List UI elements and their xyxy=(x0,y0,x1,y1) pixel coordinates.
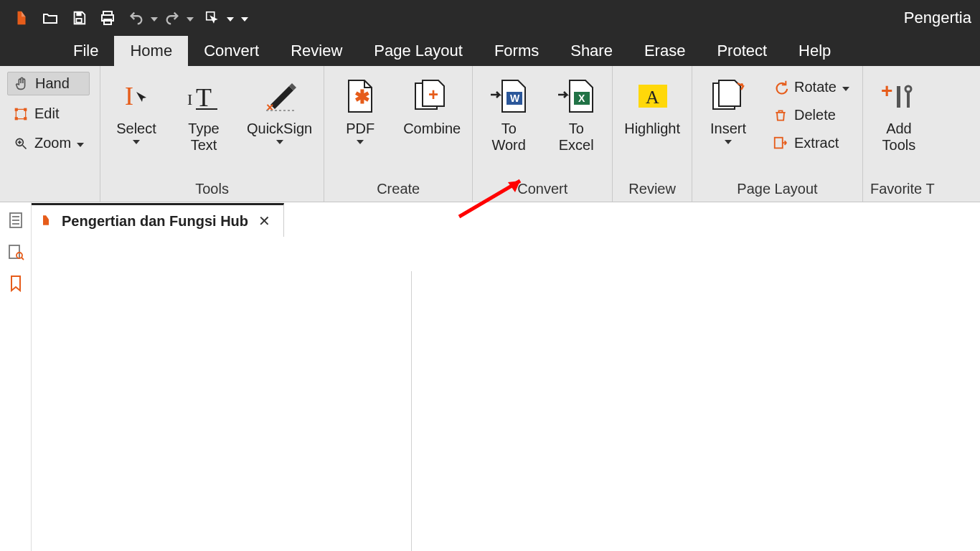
menu-home[interactable]: Home xyxy=(114,36,188,66)
menu-file[interactable]: File xyxy=(57,36,114,66)
to-excel-label: To Excel xyxy=(559,121,594,154)
highlight-button[interactable]: A Highlight xyxy=(620,72,684,140)
zoom-tool-button[interactable]: Zoom xyxy=(7,132,90,154)
open-icon[interactable] xyxy=(40,8,60,28)
delete-label: Delete xyxy=(794,107,836,123)
combine-label: Combine xyxy=(403,121,461,137)
zoom-dropdown-icon xyxy=(77,143,84,147)
menu-convert[interactable]: Convert xyxy=(188,36,275,66)
insert-page-icon xyxy=(709,75,748,118)
redo-dropdown-icon[interactable] xyxy=(187,17,194,22)
edit-tool-label: Edit xyxy=(34,105,59,122)
to-excel-button[interactable]: X To Excel xyxy=(547,72,605,156)
cursor-mode-icon[interactable] xyxy=(202,8,222,28)
pdf-dropdown-icon xyxy=(357,140,364,144)
combine-button[interactable]: + Combine xyxy=(399,72,465,140)
group-label-create: Create xyxy=(331,178,465,199)
trash-icon xyxy=(773,108,788,123)
svg-rect-29 xyxy=(775,137,783,148)
document-tab[interactable]: Pengertian dan Fungsi Hub ✕ xyxy=(32,203,284,237)
highlight-label: Highlight xyxy=(624,121,680,137)
to-word-button[interactable]: W To Word xyxy=(480,72,537,156)
search-panel-icon[interactable] xyxy=(6,242,25,261)
redo-icon[interactable] xyxy=(162,8,182,28)
ribbon-group-convert: W To Word X To Excel Convert xyxy=(473,66,613,202)
ribbon-group-view-tools: Hand Edit Zoom xyxy=(0,66,100,202)
menu-review[interactable]: Review xyxy=(275,36,358,66)
quick-access-toolbar: Pengertia xyxy=(0,0,980,36)
type-text-icon: IT xyxy=(186,75,222,118)
menu-share[interactable]: Share xyxy=(555,36,628,66)
ribbon-group-create: ✱ PDF + Combine Create xyxy=(324,66,473,202)
bookmarks-panel-icon[interactable] xyxy=(6,274,25,293)
print-icon[interactable] xyxy=(98,8,118,28)
document-area: Pengertian dan Fungsi Hub ✕ xyxy=(0,202,980,551)
ribbon-group-favorite: + Add Tools Favorite T xyxy=(863,66,942,202)
insert-button[interactable]: Insert xyxy=(699,72,757,147)
select-dropdown-icon xyxy=(133,140,140,144)
quicksign-button[interactable]: × QuickSign xyxy=(242,72,316,147)
menu-protect[interactable]: Protect xyxy=(701,36,783,66)
svg-point-28 xyxy=(740,83,743,86)
side-rail xyxy=(0,202,32,551)
svg-text:+: + xyxy=(428,85,438,104)
group-label-favorite: Favorite T xyxy=(870,178,935,199)
extract-button[interactable]: Extract xyxy=(767,132,855,154)
document-tab-title: Pengertian dan Fungsi Hub xyxy=(62,213,248,230)
hand-tool-label: Hand xyxy=(35,75,70,92)
svg-line-11 xyxy=(23,145,27,149)
rotate-icon xyxy=(773,80,788,95)
undo-dropdown-icon[interactable] xyxy=(151,17,158,22)
combine-icon: + xyxy=(413,75,451,118)
group-label-tools: Tools xyxy=(108,178,316,199)
svg-text:T: T xyxy=(196,83,212,112)
undo-icon[interactable] xyxy=(126,8,146,28)
edit-nodes-icon xyxy=(13,106,29,122)
hand-tool-button[interactable]: Hand xyxy=(7,72,90,95)
zoom-tool-label: Zoom xyxy=(34,135,71,151)
group-label-review: Review xyxy=(620,178,684,199)
menu-help[interactable]: Help xyxy=(783,36,847,66)
select-label: Select xyxy=(116,121,156,137)
select-text-icon: I xyxy=(121,75,152,118)
quicksign-dropdown-icon xyxy=(276,140,283,144)
pdf-button[interactable]: ✱ PDF xyxy=(331,72,389,147)
thumbnails-panel-icon[interactable] xyxy=(6,211,25,230)
insert-dropdown-icon xyxy=(725,140,732,144)
cursor-mode-dropdown-icon[interactable] xyxy=(227,17,234,22)
select-button[interactable]: I Select xyxy=(108,72,165,147)
menu-bar: File Home Convert Review Page Layout For… xyxy=(0,36,980,66)
to-word-icon: W xyxy=(489,75,528,118)
page-edge xyxy=(32,271,412,551)
ribbon: Hand Edit Zoom xyxy=(0,66,980,202)
ribbon-group-review: A Highlight Review xyxy=(613,66,692,202)
qat-customize-dropdown-icon[interactable] xyxy=(241,17,248,22)
quicksign-icon: × xyxy=(262,75,298,118)
svg-point-32 xyxy=(905,86,911,92)
rotate-button[interactable]: Rotate xyxy=(767,76,855,98)
edit-tool-button[interactable]: Edit xyxy=(7,103,90,125)
menu-erase[interactable]: Erase xyxy=(628,36,701,66)
svg-text:×: × xyxy=(266,100,274,113)
save-icon[interactable] xyxy=(69,8,89,28)
svg-text:W: W xyxy=(510,93,520,104)
extract-label: Extract xyxy=(794,135,839,151)
svg-text:A: A xyxy=(646,87,659,108)
document-viewport[interactable] xyxy=(32,237,980,551)
document-tab-close-icon[interactable]: ✕ xyxy=(258,212,270,230)
menu-forms[interactable]: Forms xyxy=(479,36,555,66)
app-logo-icon xyxy=(11,8,32,28)
document-tab-strip: Pengertian dan Fungsi Hub ✕ xyxy=(32,202,980,237)
type-text-button[interactable]: IT Type Text xyxy=(175,72,232,156)
add-tools-label: Add Tools xyxy=(882,121,916,154)
svg-rect-1 xyxy=(76,19,81,22)
quicksign-label: QuickSign xyxy=(247,121,312,137)
delete-button[interactable]: Delete xyxy=(767,104,855,126)
document-tab-app-icon xyxy=(40,213,52,230)
group-label-page-layout: Page Layout xyxy=(699,178,855,199)
add-tools-button[interactable]: + Add Tools xyxy=(870,72,928,156)
svg-text:I: I xyxy=(187,90,192,108)
new-pdf-icon: ✱ xyxy=(344,75,376,118)
menu-page-layout[interactable]: Page Layout xyxy=(358,36,479,66)
svg-text:+: + xyxy=(881,80,892,102)
